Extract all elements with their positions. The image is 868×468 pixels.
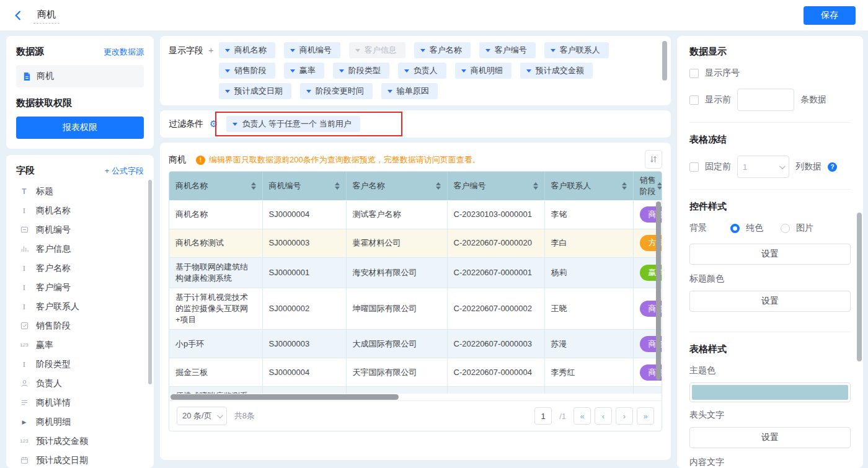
table-row[interactable]: 便携式哮喘病监测系统SJ0000005飞星材料公司C-20220607-0000… [169,387,662,394]
chips-scrollbar[interactable] [662,41,667,81]
field-item[interactable]: T标题 [16,182,146,201]
show-first-count-input[interactable] [737,89,794,111]
field-item[interactable]: 预计成交日期 [16,451,146,468]
table-row[interactable]: 商机名称测试SJ0000003葽霍材料公司C-20220607-0000020李… [169,229,662,257]
first-page-button[interactable]: « [574,407,591,425]
table-title: 商机 [169,154,186,166]
bg-solid-label[interactable]: 纯色 [746,223,763,234]
display-field-chip[interactable]: 阶段变更时间 [300,83,373,99]
column-header[interactable]: 销售阶段 [633,172,662,200]
field-item[interactable]: 负责人 [16,374,146,393]
field-item[interactable]: I客户编号 [16,278,146,297]
field-item[interactable]: ▶商机明细 [16,412,146,431]
gear-icon[interactable]: ⚙ [210,118,218,130]
column-header[interactable]: 客户名称 [346,172,447,200]
display-field-chip[interactable]: 预计成交日期 [219,83,291,99]
theme-color-picker[interactable] [689,382,851,402]
fields-scrollbar[interactable] [148,180,152,384]
field-item[interactable]: I阶段类型 [16,355,146,374]
display-field-chip[interactable]: 客户编号 [479,42,536,58]
table-row[interactable]: 商机名称SJ0000004测试客户名称C-20230103-0000001李铭商… [169,200,662,229]
sort-carets-icon[interactable] [533,182,538,190]
cell-contact: 李秀红 [544,358,633,387]
save-button[interactable]: 保存 [804,6,856,25]
help-icon[interactable]: ? [828,162,837,172]
field-item[interactable]: 销售阶段 [16,316,146,335]
field-item[interactable]: 客户信息 [16,239,146,258]
field-item[interactable]: 商机详情 [16,393,146,412]
table-row[interactable]: 基于物联网的建筑结构健康检测系统SJ0000001海安材料有限公司C-20220… [169,257,662,288]
display-field-chip[interactable]: 阶段类型 [333,63,389,79]
datasource-item[interactable]: 商机 [16,65,144,87]
display-field-chip[interactable]: 输单原因 [381,83,438,99]
display-field-chip[interactable]: 商机明细 [455,63,512,79]
field-item[interactable]: 123预计成交金额 [16,431,146,451]
add-formula-field-link[interactable]: + 公式字段 [105,166,144,177]
sort-carets-icon[interactable] [335,182,340,190]
display-field-chip[interactable]: 预计成交金额 [520,63,593,79]
table-row[interactable]: 小p手环SJ0000003大成国际有限公司C-20220607-0000003苏… [169,330,662,358]
column-header[interactable]: 客户编号 [447,172,544,200]
display-field-chip[interactable]: 负责人 [398,63,446,79]
column-header[interactable]: 客户联系人 [544,172,633,200]
prev-page-button[interactable]: ‹ [595,407,612,425]
display-field-chip[interactable]: 销售阶段 [219,63,275,79]
display-field-chip[interactable]: 赢率 [284,63,324,79]
page-title[interactable]: 商机 [33,7,60,24]
total-count: 共8条 [234,410,255,422]
sort-toggle-button[interactable] [645,150,662,169]
bg-image-radio[interactable] [781,224,790,233]
cell-customer: 飞星材料公司 [346,387,447,394]
column-header[interactable]: 商机编号 [262,172,346,200]
display-field-chip[interactable]: 客户信息 [349,42,405,58]
chevron-down-icon [339,69,344,73]
chip-label: 预计成交金额 [536,65,584,76]
field-list: T标题I商机名称商机编号客户信息I客户名称I客户编号I客户联系人销售阶段123赢… [16,182,146,468]
scrollbar-thumb[interactable] [170,394,399,400]
field-item[interactable]: I客户名称 [16,258,146,278]
show-first-checkbox[interactable] [689,95,699,105]
freeze-checkbox[interactable] [689,162,699,172]
chevron-down-icon [225,69,230,73]
header-text-setting-button[interactable]: 设置 [689,427,851,448]
table-row[interactable]: 掘金三板SJ0000004天宇国际有限公司C-20220607-0000004李… [169,358,662,387]
field-item[interactable]: 123赢率 [16,335,146,355]
report-permission-button[interactable]: 报表权限 [16,117,144,139]
sort-carets-icon[interactable] [436,182,441,190]
sort-carets-icon[interactable] [622,182,627,190]
bg-solid-radio[interactable] [730,224,740,233]
field-item[interactable]: I商机名称 [16,201,146,220]
last-page-button[interactable]: » [637,407,654,425]
display-field-chip[interactable]: 商机编号 [284,42,340,58]
settings-scrollbar[interactable] [857,213,862,361]
change-datasource-link[interactable]: 更改数据源 [104,46,144,58]
table-vertical-scrollbar[interactable] [656,201,661,380]
background-setting-button[interactable]: 设置 [689,244,851,265]
sort-carets-icon[interactable] [657,182,662,190]
chip-label: 客户联系人 [560,45,600,56]
sort-carets-icon[interactable] [251,182,256,190]
cell-customer: 大成国际有限公司 [346,330,447,358]
display-field-chip[interactable]: 客户名称 [414,42,471,58]
title-color-setting-button[interactable]: 设置 [689,291,851,312]
column-header[interactable]: 商机名称 [169,172,262,200]
filter-condition-chip[interactable]: 负责人 等于任意一个 当前用户 [226,116,360,132]
show-index-checkbox[interactable] [689,69,699,78]
back-button[interactable] [12,10,24,21]
table-row[interactable]: 基于计算机视觉技术的监控摄像头互联网+项目SJ0000002坤曜国际有限公司C-… [169,288,662,330]
display-field-chip[interactable]: 商机名称 [219,42,275,58]
add-display-field-button[interactable]: + [208,42,214,99]
cell-code: SJ0000002 [262,288,346,330]
column-header-label: 商机编号 [269,180,301,192]
field-item[interactable]: I客户联系人 [16,297,146,316]
table-horizontal-scrollbar[interactable] [169,394,662,401]
display-field-chip[interactable]: 客户联系人 [544,42,609,58]
page-size-select[interactable]: 20 条/页 [177,407,227,425]
bg-image-label[interactable]: 图片 [796,223,813,234]
freeze-count-select[interactable]: 1 [737,156,789,178]
next-page-button[interactable]: › [616,407,633,425]
field-item[interactable]: 商机编号 [16,220,146,239]
title-icon: T [19,187,30,196]
page-number-input[interactable] [534,407,552,425]
field-item-label: 负责人 [36,378,62,389]
